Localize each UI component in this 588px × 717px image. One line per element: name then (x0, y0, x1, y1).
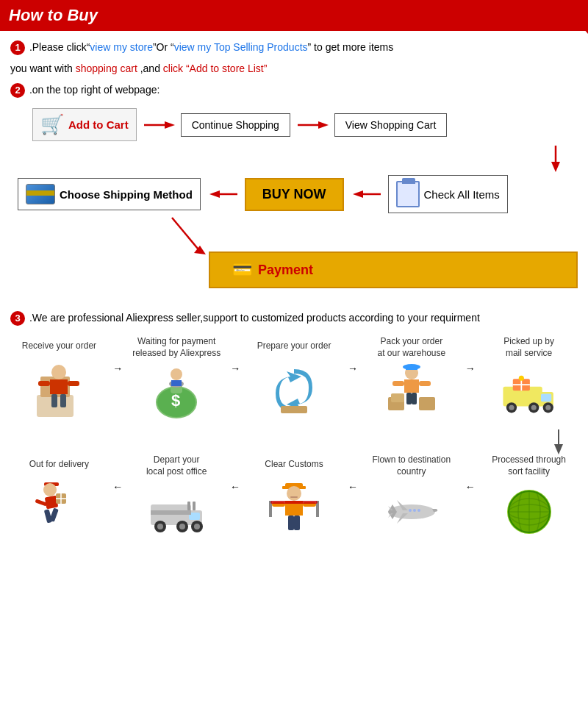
svg-rect-36 (419, 397, 435, 410)
view-shopping-cart-label: View Shopping Cart (345, 119, 436, 131)
process-step-receive: Receive your order (10, 336, 108, 418)
payment-icon: 💳 (232, 260, 252, 279)
flow-row1: 🛒 Add to Cart Continue Shopping (32, 108, 578, 141)
process-arrow6: ← (343, 454, 362, 493)
step3-text: .We are professional Aliexpress seller,s… (29, 312, 480, 324)
add-to-cart-button[interactable]: 🛒 Add to Cart (32, 108, 137, 141)
step2-number: 2 (10, 83, 25, 98)
svg-rect-41 (541, 393, 551, 402)
choose-shipping-button[interactable]: Choose Shipping Method (18, 178, 201, 210)
continue-shopping-label: Continue Shopping (192, 119, 279, 131)
step1-text-before: .Please click“ (29, 41, 90, 53)
svg-point-47 (545, 404, 551, 410)
svg-rect-74 (270, 501, 318, 504)
svg-point-62 (417, 509, 420, 512)
svg-rect-15 (50, 379, 68, 394)
svg-line-10 (172, 218, 201, 253)
arrow-right-2 (296, 118, 329, 132)
process-icon-customs (265, 478, 323, 537)
process-label-airplane: Flown to destinationcountry (372, 454, 451, 477)
svg-rect-88 (193, 502, 196, 510)
svg-marker-9 (353, 190, 363, 198)
credit-card-icon (26, 184, 55, 204)
process-arrow7: ← (226, 454, 245, 493)
step3-section: 3 .We are professional Aliexpress seller… (10, 310, 578, 326)
main-content: 1 .Please click“view my store”Or “view m… (0, 31, 588, 554)
buy-now-label: BUY NOW (262, 187, 326, 201)
svg-rect-33 (419, 381, 431, 386)
process-down-arrow (10, 428, 578, 454)
svg-point-83 (179, 524, 185, 529)
svg-rect-31 (404, 379, 419, 393)
add-to-store-link[interactable]: click “Add to store List” (163, 63, 268, 74)
svg-rect-35 (391, 393, 404, 402)
svg-point-67 (287, 486, 301, 501)
svg-marker-7 (209, 190, 220, 198)
process-label-globe: Processed throughsort facility (492, 454, 566, 477)
buy-now-button[interactable]: BUY NOW (245, 178, 344, 211)
view-top-selling-link[interactable]: view my Top Selling Products (174, 41, 308, 53)
process-label-pack: Pack your orderat our warehouse (377, 336, 445, 359)
svg-point-51 (518, 375, 523, 380)
step2-line: 2 .on the top right of webpage: (10, 82, 578, 98)
svg-rect-27 (281, 406, 307, 413)
svg-rect-19 (60, 394, 66, 407)
step3-number: 3 (10, 311, 25, 326)
process-icon-payment: $ (147, 362, 206, 421)
svg-rect-97 (49, 507, 59, 521)
svg-rect-76 (294, 516, 300, 530)
check-all-items-button[interactable]: Check All Items (388, 175, 508, 213)
process-step-delivery: Out for delivery (10, 454, 108, 537)
process-label-customs: Clear Customs (265, 454, 323, 475)
page-title: How to Buy (9, 6, 98, 25)
process-step-globe: Processed throughsort facility (480, 454, 578, 539)
process-row1: Receive your order (10, 336, 578, 421)
payment-button[interactable]: 💳 Payment (209, 252, 578, 288)
continue-shopping-button[interactable]: Continue Shopping (181, 113, 290, 137)
svg-rect-38 (412, 393, 417, 404)
svg-point-45 (531, 404, 536, 410)
process-step-airplane: Flown to destinationcountry (362, 454, 460, 539)
svg-point-90 (43, 483, 57, 496)
svg-point-63 (413, 509, 416, 512)
svg-rect-18 (51, 394, 57, 407)
process-label-receive: Receive your order (22, 336, 96, 357)
svg-rect-87 (187, 502, 190, 510)
process-row2: Processed throughsort facility (10, 454, 578, 539)
svg-rect-32 (392, 381, 404, 386)
svg-rect-16 (38, 381, 50, 386)
process-icon-pickup (500, 362, 559, 421)
process-arrow3: → (343, 336, 362, 374)
view-shopping-cart-button[interactable]: View Shopping Cart (334, 113, 447, 137)
svg-rect-68 (290, 496, 298, 498)
arrow-left-1 (207, 187, 239, 201)
svg-rect-37 (406, 393, 412, 404)
svg-marker-5 (551, 162, 560, 172)
svg-marker-53 (554, 444, 563, 454)
view-my-store-link[interactable]: view my store (90, 41, 153, 53)
process-label-delivery: Out for delivery (29, 454, 89, 475)
process-icon-receive (29, 360, 88, 418)
add-to-cart-label: Add to Cart (68, 118, 129, 131)
svg-rect-30 (406, 366, 417, 370)
process-label-prepare: Prepare your order (257, 336, 331, 357)
process-icon-prepare (265, 360, 323, 418)
process-flow: Receive your order (10, 336, 578, 539)
svg-rect-17 (68, 381, 79, 386)
process-icon-airplane (382, 480, 441, 539)
payment-row: 💳 Payment (209, 252, 578, 288)
cart-icon: 🛒 (40, 113, 64, 136)
process-step-prepare: Prepare your order (245, 336, 343, 418)
process-icon-pack (382, 362, 441, 421)
process-arrow1: → (108, 336, 128, 374)
svg-marker-1 (165, 121, 175, 129)
process-label-payment: Waiting for paymentreleased by Aliexpres… (132, 336, 220, 359)
process-arrow5: ← (460, 454, 480, 493)
process-arrow4: → (460, 336, 480, 374)
svg-rect-86 (151, 510, 191, 515)
process-icon-postoffice (147, 480, 206, 539)
svg-rect-75 (288, 516, 294, 530)
shopping-cart-link[interactable]: shopping cart (76, 63, 137, 74)
clipboard-icon (396, 181, 420, 207)
step1-line2: you want with shopping cart ,and click “… (10, 61, 578, 76)
